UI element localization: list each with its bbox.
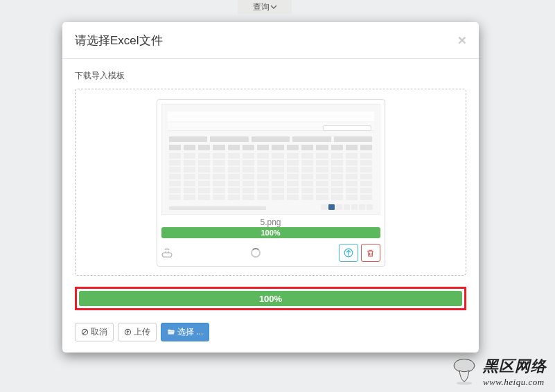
select-label: 选择 ... [177, 326, 203, 338]
file-thumbnail [161, 104, 380, 215]
file-preview-card: 5.png 100% [157, 99, 385, 267]
overall-progress-highlight: 100% [75, 287, 466, 310]
overall-progress-bar: 100% [79, 291, 462, 306]
cancel-label: 取消 [91, 326, 107, 338]
delete-file-button[interactable] [361, 244, 380, 262]
select-file-button[interactable]: 选择 ... [161, 323, 209, 341]
chevron-down-icon [270, 3, 277, 10]
folder-open-icon [167, 328, 175, 336]
svg-line-2 [82, 330, 87, 334]
watermark-cn: 黑区网络 [483, 356, 547, 377]
download-template-link[interactable]: 下载导入模板 [75, 70, 125, 82]
upload-button[interactable]: 上传 [118, 323, 157, 341]
modal-title: 请选择Excel文件 [75, 33, 163, 48]
upload-icon [124, 328, 132, 336]
close-icon[interactable]: × [458, 32, 466, 48]
upload-label: 上传 [134, 326, 150, 338]
file-progress-bar: 100% [161, 227, 380, 238]
watermark: 黑区网络 www.heiqu.com [450, 356, 547, 388]
file-drop-zone[interactable]: 5.png 100% [75, 89, 466, 276]
drag-handle-icon[interactable] [161, 247, 173, 258]
modal-body: 下载导入模板 [62, 59, 479, 317]
file-name-label: 5.png [260, 217, 281, 227]
query-label: 查询 [253, 1, 270, 13]
svg-point-6 [457, 382, 473, 384]
upload-file-button[interactable] [339, 244, 358, 262]
mushroom-logo-icon [450, 356, 479, 388]
excel-upload-modal: 请选择Excel文件 × 下载导入模板 [62, 22, 479, 353]
modal-header: 请选择Excel文件 × [62, 22, 479, 59]
preview-toolbar [161, 244, 380, 262]
cancel-button[interactable]: 取消 [75, 323, 114, 341]
ban-icon [81, 328, 89, 336]
modal-footer: 取消 上传 选择 ... [62, 317, 479, 350]
loading-spinner-icon [251, 248, 261, 258]
query-dropdown-button[interactable]: 查询 [238, 0, 292, 14]
watermark-en: www.heiqu.com [483, 377, 547, 388]
